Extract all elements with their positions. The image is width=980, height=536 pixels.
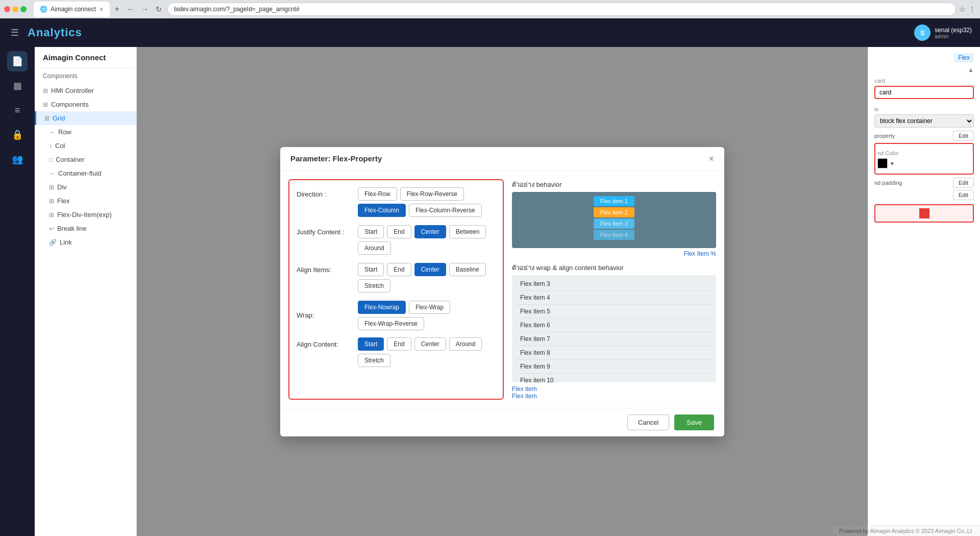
btn-ai-baseline[interactable]: Baseline [449,263,486,276]
property-edit-btn[interactable]: Edit [953,131,974,141]
btn-ac-stretch[interactable]: Stretch [358,354,390,367]
btn-flex-nowrap[interactable]: Flex-Nowrap [358,301,406,314]
modal-close-btn[interactable]: × [708,154,714,163]
panel-item-hmi[interactable]: ⊞ HMI Controller [35,84,136,98]
bookmark-btn[interactable]: ☆ [959,5,966,13]
nav-buttons: ← → ↻ [125,4,164,14]
hamburger-menu-btn[interactable]: ☰ [8,26,21,39]
color-swatch[interactable] [877,158,888,168]
color-dropdown-arrow[interactable]: ▼ [890,161,895,166]
refresh-btn[interactable]: ↻ [153,4,164,14]
extra-edit-btn[interactable]: Edit [953,190,974,200]
save-btn[interactable]: Save [674,415,714,430]
address-bar[interactable]: bidev.aimagin.com/?_pageId=_page_amgcnt# [167,3,956,16]
left-panel: Aimagin Connect Components ⊞ HMI Control… [35,47,137,536]
btn-flex-wrap-reverse[interactable]: Flex-Wrap-Reverse [358,317,424,330]
wrap-btn-group: Flex-Nowrap Flex-Wrap Flex-Wrap-Reverse [358,301,496,330]
btn-flex-row[interactable]: Flex-Row [358,187,397,201]
panel-item-components[interactable]: ⊞ Components [35,98,136,111]
preview-top-section: ตัวอย่าง behavior Flex item 1 Flex item … [512,179,716,257]
cancel-btn[interactable]: Cancel [627,415,669,430]
btn-ai-stretch[interactable]: Stretch [358,279,390,293]
container-icon: □ [49,156,53,163]
expand-icon[interactable]: ▲ [968,66,974,74]
forward-btn[interactable]: → [139,4,151,14]
break-label: Break line [57,225,87,232]
btn-jc-around[interactable]: Around [358,241,391,255]
tab-close-btn[interactable]: ✕ [99,6,104,13]
sidebar-icon-page[interactable]: 📄 [7,51,28,71]
panel-item-link[interactable]: 🔗 Link [35,235,136,249]
app-logo: Analytics [28,26,82,39]
btn-jc-between[interactable]: Between [449,225,486,238]
btn-flex-column-reverse[interactable]: Flex-Column-Reverse [409,204,482,217]
panel-item-col[interactable]: ↕ Col [35,139,136,153]
components-icon: ⊞ [43,101,48,108]
components-section-label: Components [35,68,136,84]
panel-item-flex-div[interactable]: ⊞ Flex-Div-Item(exp) [35,208,136,222]
align-content-row: Align Content: Start End Center Around S… [297,337,496,367]
btn-flex-row-reverse[interactable]: Flex-Row-Reverse [400,187,464,201]
panel-item-container[interactable]: □ Container [35,153,136,166]
color-label: nd Color [877,150,971,156]
panel-item-row[interactable]: ↔ Row [35,125,136,139]
flex-label: Flex [57,197,70,205]
sidebar-icon-grid[interactable]: ▦ [7,76,28,96]
user-role: admin [935,34,972,39]
tab-title: Aimagin connect [51,6,96,13]
panel-title: Aimagin Connect [35,47,136,68]
flex-div-label: Flex-Div-Item(exp) [57,211,112,218]
btn-jc-start[interactable]: Start [358,225,384,238]
window-controls[interactable] [4,6,27,12]
sidebar-icon-users[interactable]: 👥 [7,149,28,169]
flex-preview-item-3: Flex item 3 [594,218,634,229]
extra-edit-row: Edit [874,190,974,200]
user-info: S senal (esp32) admin [914,25,972,41]
btn-ai-end[interactable]: End [387,263,411,276]
modal-header: Parameter: Flex-Property × [280,147,724,171]
panel-item-flex[interactable]: ⊞ Flex [35,194,136,208]
flex-item-percent-label: Flex Item % [512,250,716,257]
card-input[interactable] [874,86,974,99]
sidebar: 📄 ▦ ≡ 🔒 👥 [0,47,35,536]
flex-item-label-2: Flex item [512,393,716,400]
property-row-label: property [874,133,895,139]
padding-row: nd padding Edit [874,178,974,188]
panel-item-div[interactable]: ⊞ Div [35,180,136,194]
sidebar-icon-lock[interactable]: 🔒 [7,125,28,145]
wrap-label: Wrap: [297,311,353,319]
btn-ac-start[interactable]: Start [358,337,384,351]
btn-jc-end[interactable]: End [387,225,411,238]
flex-list-item-6: Flex item 6 [516,319,712,332]
back-btn[interactable]: ← [125,4,137,14]
panel-item-break[interactable]: ↩ Break line [35,222,136,235]
container-fluid-icon: ↔ [49,170,55,177]
btn-jc-center[interactable]: Center [414,225,446,238]
modal-footer: Cancel Save [280,408,724,436]
btn-ai-center[interactable]: Center [414,263,446,276]
padding-edit-btn[interactable]: Edit [953,178,974,188]
new-tab-btn[interactable]: + [113,5,121,14]
minimize-window-btn[interactable] [12,6,18,12]
flex-preview-item-4: Flex item 4 [594,230,634,240]
preview-box-2: Flex item 3 Flex item 4 Flex item 5 Flex… [512,275,716,382]
close-window-btn[interactable] [4,6,10,12]
maximize-window-btn[interactable] [20,6,27,12]
block-flex-select[interactable]: block flex container [874,114,974,128]
direction-btn-group: Flex-Row Flex-Row-Reverse Flex-Column Fl… [358,187,496,217]
sidebar-icon-layers[interactable]: ≡ [7,100,28,120]
justify-content-row: Justify Content : Start End Center Betwe… [297,225,496,255]
btn-flex-wrap[interactable]: Flex-Wrap [409,301,450,314]
color-row: ▼ [877,158,971,168]
btn-ai-start[interactable]: Start [358,263,384,276]
btn-ac-end[interactable]: End [387,337,411,351]
browser-tab[interactable]: 🌐 Aimagin connect ✕ [34,2,110,17]
btn-ac-around[interactable]: Around [449,337,482,351]
btn-ac-center[interactable]: Center [414,337,446,351]
modal-title: Parameter: Flex-Property [290,154,382,163]
panel-item-grid[interactable]: ⊞ Grid [35,111,136,125]
btn-flex-column[interactable]: Flex-Column [358,204,406,217]
align-content-btn-group: Start End Center Around Stretch [358,337,496,367]
panel-item-container-fluid[interactable]: ↔ Container-fluid [35,166,136,180]
settings-btn[interactable]: ⋮ [969,5,976,13]
